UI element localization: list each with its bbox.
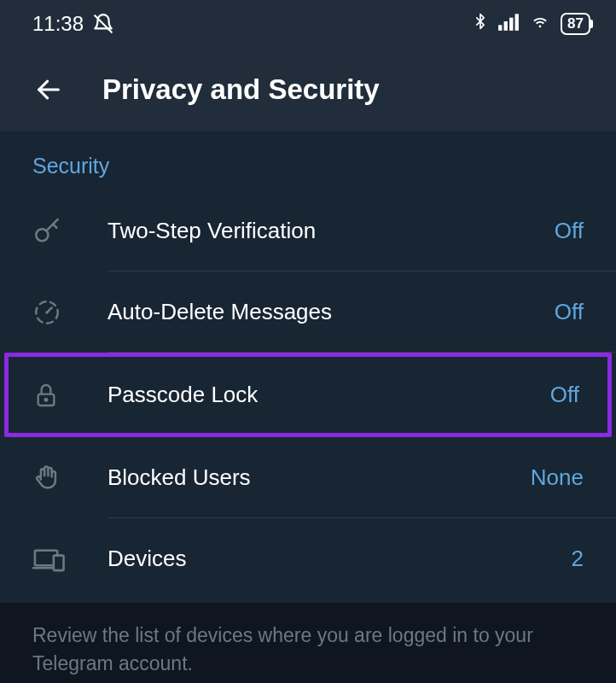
hand-icon	[32, 464, 108, 493]
page-title: Privacy and Security	[102, 73, 380, 106]
row-blocked-users[interactable]: Blocked Users None	[0, 437, 616, 518]
row-auto-delete-messages[interactable]: Auto-Delete Messages Off	[0, 271, 616, 353]
footer-text: Review the list of devices where you are…	[0, 603, 616, 683]
svg-rect-4	[515, 14, 519, 31]
row-value: Off	[550, 382, 579, 408]
svg-rect-13	[54, 555, 64, 570]
wifi-icon	[528, 12, 552, 36]
main-content: Security Two-Step Verification Off Auto-…	[0, 131, 616, 603]
section-header: Security	[0, 131, 616, 190]
row-devices[interactable]: Devices 2	[0, 518, 616, 599]
row-value: Off	[555, 218, 584, 244]
battery-icon: 87	[561, 13, 590, 35]
svg-rect-1	[498, 25, 502, 31]
devices-icon	[32, 546, 108, 572]
mute-icon	[92, 13, 114, 35]
back-button[interactable]	[34, 75, 63, 104]
svg-rect-3	[509, 18, 513, 31]
row-passcode-lock[interactable]: Passcode Lock Off	[4, 353, 612, 437]
row-two-step-verification[interactable]: Two-Step Verification Off	[0, 190, 616, 271]
row-label: Devices	[108, 546, 572, 572]
row-value: 2	[572, 546, 584, 572]
row-label: Blocked Users	[108, 464, 531, 491]
key-icon	[32, 217, 108, 246]
row-label: Two-Step Verification	[108, 218, 555, 244]
status-bar: 11:38 87	[0, 0, 616, 48]
status-right: 87	[472, 10, 590, 38]
row-value: None	[531, 464, 584, 491]
timer-icon	[32, 298, 108, 327]
svg-point-10	[45, 399, 48, 401]
status-time: 11:38	[32, 12, 84, 36]
bluetooth-icon	[472, 10, 489, 38]
lock-icon	[32, 380, 108, 411]
header: Privacy and Security	[0, 48, 616, 131]
svg-rect-2	[504, 21, 508, 31]
row-value: Off	[555, 299, 584, 325]
svg-point-8	[45, 311, 48, 313]
row-label: Passcode Lock	[108, 382, 550, 408]
status-left: 11:38	[32, 12, 472, 36]
signal-icon	[497, 12, 520, 36]
row-label: Auto-Delete Messages	[108, 299, 555, 325]
